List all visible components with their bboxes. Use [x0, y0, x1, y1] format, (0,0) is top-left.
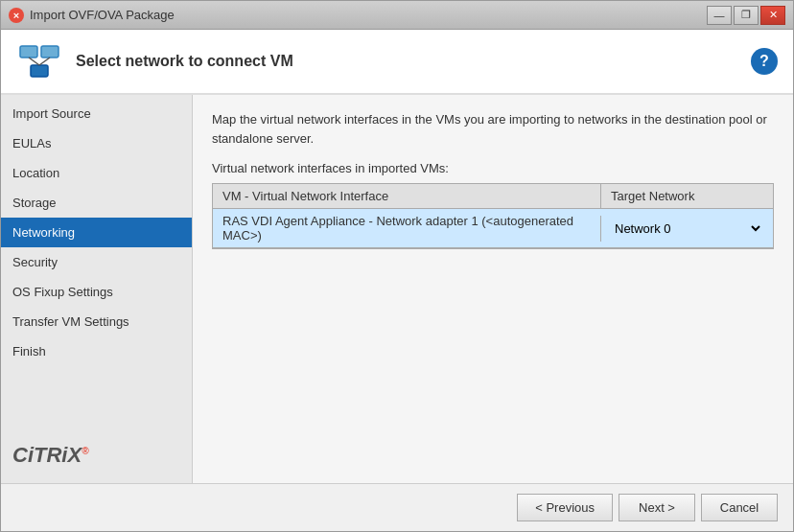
svg-rect-2	[31, 65, 48, 77]
sidebar: Import Source EULAs Location Storage Net…	[1, 95, 193, 483]
section-title: Virtual network interfaces in imported V…	[212, 161, 774, 175]
main-window: × Import OVF/OVA Package — ❐ ✕ Select ne…	[0, 0, 794, 532]
main-description: Map the virtual network interfaces in th…	[212, 110, 774, 148]
title-bar: × Import OVF/OVA Package — ❐ ✕	[1, 1, 793, 30]
sidebar-item-os-fixup[interactable]: OS Fixup Settings	[1, 277, 192, 307]
table-row: RAS VDI Agent Appliance - Network adapte…	[213, 209, 773, 248]
content-area: Import Source EULAs Location Storage Net…	[1, 95, 793, 483]
footer: < Previous Next > Cancel	[1, 483, 793, 531]
svg-rect-0	[20, 46, 37, 58]
sidebar-item-networking[interactable]: Networking	[1, 218, 192, 247]
help-button[interactable]: ?	[751, 48, 778, 75]
sidebar-item-storage[interactable]: Storage	[1, 188, 192, 218]
sidebar-item-location[interactable]: Location	[1, 158, 192, 188]
network-header-icon	[16, 38, 62, 84]
title-bar-left: × Import OVF/OVA Package	[9, 8, 175, 23]
sidebar-item-security[interactable]: Security	[1, 247, 192, 277]
close-button[interactable]: ✕	[760, 6, 785, 25]
sidebar-item-import-source[interactable]: Import Source	[1, 99, 192, 128]
network-select[interactable]: Network 0 Network 1 Network 2	[611, 220, 763, 237]
title-bar-controls: — ❐ ✕	[707, 6, 785, 25]
sidebar-item-finish[interactable]: Finish	[1, 336, 192, 366]
sidebar-item-transfer-vm[interactable]: Transfer VM Settings	[1, 307, 192, 336]
window-title: Import OVF/OVA Package	[30, 8, 175, 22]
sidebar-item-eulas[interactable]: EULAs	[1, 128, 192, 158]
main-content: Map the virtual network interfaces in th…	[193, 95, 793, 483]
column-header-target: Target Network	[600, 184, 773, 208]
next-button[interactable]: Next >	[619, 494, 695, 521]
minimize-button[interactable]: —	[707, 6, 732, 25]
target-network-cell: Network 0 Network 1 Network 2	[600, 216, 773, 242]
header-bar: Select network to connect VM ?	[1, 30, 793, 95]
sidebar-nav: Import Source EULAs Location Storage Net…	[1, 95, 192, 370]
table-header: VM - Virtual Network Interface Target Ne…	[213, 184, 773, 209]
column-header-vm: VM - Virtual Network Interface	[213, 184, 600, 208]
svg-line-3	[29, 58, 39, 65]
header-title: Select network to connect VM	[76, 53, 737, 70]
previous-button[interactable]: < Previous	[517, 494, 613, 521]
vm-interface-cell: RAS VDI Agent Appliance - Network adapte…	[213, 209, 600, 247]
svg-rect-1	[41, 46, 58, 58]
cancel-button[interactable]: Cancel	[701, 494, 778, 521]
network-table: VM - Virtual Network Interface Target Ne…	[212, 183, 774, 249]
restore-button[interactable]: ❐	[734, 6, 759, 25]
svg-line-4	[39, 58, 50, 65]
window-icon: ×	[9, 8, 24, 23]
citrix-logo: CiTRiX®	[1, 428, 192, 483]
